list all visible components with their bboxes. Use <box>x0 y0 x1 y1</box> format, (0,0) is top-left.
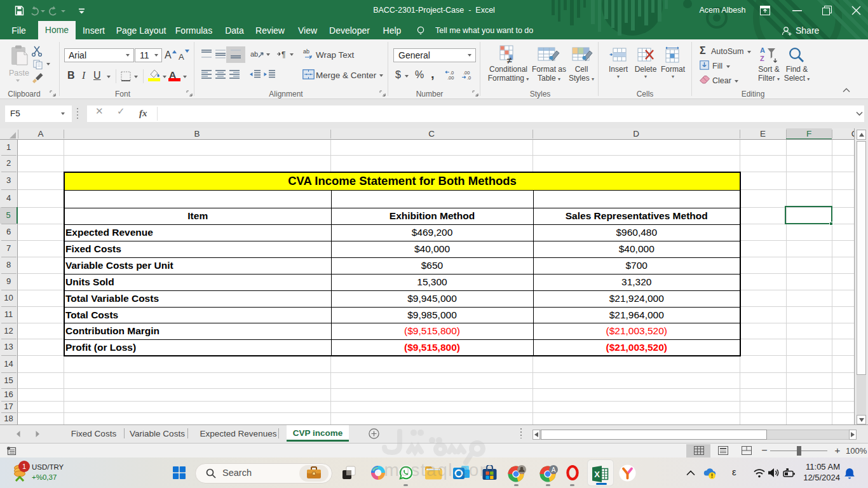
svg-text:X: X <box>594 470 600 479</box>
svg-text:ab: ab <box>303 48 309 55</box>
svg-text:.0: .0 <box>467 75 471 80</box>
svg-text:A: A <box>552 466 556 473</box>
svg-text:Z: Z <box>760 55 764 62</box>
svg-text:.00: .00 <box>447 75 454 80</box>
svg-text:ab: ab <box>250 50 258 58</box>
svg-text:≠: ≠ <box>507 55 512 64</box>
svg-text:A: A <box>760 46 765 54</box>
svg-text:¶: ¶ <box>281 50 285 58</box>
